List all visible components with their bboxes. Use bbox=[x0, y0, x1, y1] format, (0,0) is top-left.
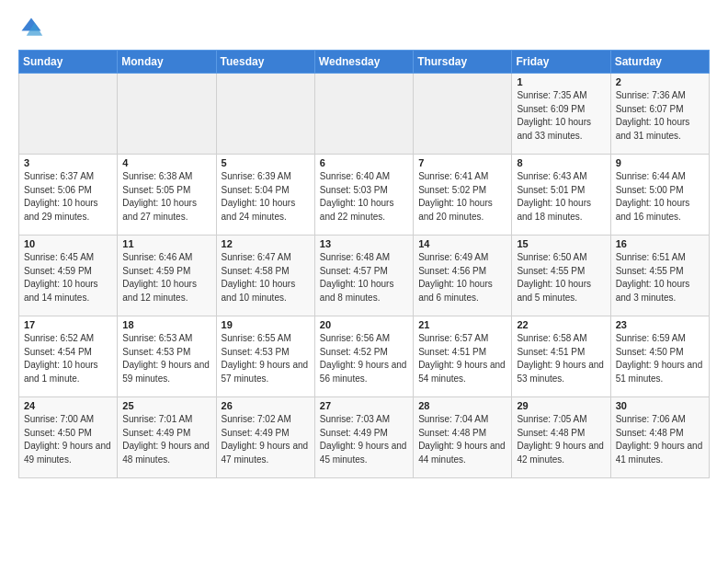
day-number: 24 bbox=[24, 400, 112, 411]
calendar-cell: 19Sunrise: 6:55 AM Sunset: 4:53 PM Dayli… bbox=[216, 316, 314, 397]
calendar-cell bbox=[118, 74, 216, 155]
cell-content: Sunrise: 7:01 AM Sunset: 4:49 PM Dayligh… bbox=[122, 413, 210, 466]
day-header-row: SundayMondayTuesdayWednesdayThursdayFrid… bbox=[19, 51, 710, 74]
cell-content: Sunrise: 6:59 AM Sunset: 4:50 PM Dayligh… bbox=[616, 332, 704, 385]
cell-content: Sunrise: 6:41 AM Sunset: 5:02 PM Dayligh… bbox=[418, 170, 506, 224]
day-number: 19 bbox=[222, 319, 310, 330]
day-number: 22 bbox=[517, 319, 605, 330]
cell-content: Sunrise: 6:50 AM Sunset: 4:55 PM Dayligh… bbox=[517, 251, 605, 304]
week-row-3: 17Sunrise: 6:52 AM Sunset: 4:54 PM Dayli… bbox=[19, 316, 710, 397]
day-number: 5 bbox=[222, 157, 310, 168]
calendar-cell bbox=[19, 74, 118, 155]
day-number: 9 bbox=[616, 157, 704, 168]
cell-content: Sunrise: 6:39 AM Sunset: 5:04 PM Dayligh… bbox=[222, 170, 310, 224]
calendar-cell: 9Sunrise: 6:44 AM Sunset: 5:00 PM Daylig… bbox=[610, 155, 709, 236]
cell-content: Sunrise: 7:35 AM Sunset: 6:09 PM Dayligh… bbox=[517, 89, 605, 143]
cell-content: Sunrise: 6:37 AM Sunset: 5:06 PM Dayligh… bbox=[24, 170, 112, 224]
day-number: 16 bbox=[616, 238, 704, 249]
calendar-cell: 11Sunrise: 6:46 AM Sunset: 4:59 PM Dayli… bbox=[118, 236, 216, 316]
calendar-cell: 2Sunrise: 7:36 AM Sunset: 6:07 PM Daylig… bbox=[610, 74, 709, 155]
calendar-cell: 29Sunrise: 7:05 AM Sunset: 4:48 PM Dayli… bbox=[512, 397, 610, 478]
day-header-saturday: Saturday bbox=[610, 51, 709, 74]
cell-content: Sunrise: 6:40 AM Sunset: 5:03 PM Dayligh… bbox=[320, 170, 408, 224]
day-number: 28 bbox=[418, 400, 506, 411]
day-header-monday: Monday bbox=[118, 51, 216, 74]
cell-content: Sunrise: 6:57 AM Sunset: 4:51 PM Dayligh… bbox=[418, 332, 506, 385]
week-row-0: 1Sunrise: 7:35 AM Sunset: 6:09 PM Daylig… bbox=[19, 74, 710, 155]
cell-content: Sunrise: 6:53 AM Sunset: 4:53 PM Dayligh… bbox=[122, 332, 210, 385]
day-number: 15 bbox=[517, 238, 605, 249]
calendar-cell: 30Sunrise: 7:06 AM Sunset: 4:48 PM Dayli… bbox=[610, 397, 709, 478]
calendar-body: 1Sunrise: 7:35 AM Sunset: 6:09 PM Daylig… bbox=[19, 74, 710, 478]
day-number: 4 bbox=[122, 157, 210, 168]
calendar-cell: 13Sunrise: 6:48 AM Sunset: 4:57 PM Dayli… bbox=[314, 236, 413, 316]
day-number: 3 bbox=[24, 157, 112, 168]
day-header-wednesday: Wednesday bbox=[314, 51, 413, 74]
logo bbox=[18, 15, 48, 40]
calendar-cell: 26Sunrise: 7:02 AM Sunset: 4:49 PM Dayli… bbox=[216, 397, 314, 478]
cell-content: Sunrise: 7:05 AM Sunset: 4:48 PM Dayligh… bbox=[517, 413, 605, 466]
day-number: 11 bbox=[122, 238, 210, 249]
calendar-cell bbox=[414, 74, 512, 155]
cell-content: Sunrise: 6:55 AM Sunset: 4:53 PM Dayligh… bbox=[222, 332, 310, 385]
cell-content: Sunrise: 6:52 AM Sunset: 4:54 PM Dayligh… bbox=[24, 332, 112, 385]
calendar-cell bbox=[314, 74, 413, 155]
day-number: 27 bbox=[320, 400, 408, 411]
day-number: 23 bbox=[616, 319, 704, 330]
calendar-cell: 28Sunrise: 7:04 AM Sunset: 4:48 PM Dayli… bbox=[414, 397, 512, 478]
logo-icon bbox=[18, 15, 44, 40]
calendar-cell: 21Sunrise: 6:57 AM Sunset: 4:51 PM Dayli… bbox=[414, 316, 512, 397]
cell-content: Sunrise: 6:48 AM Sunset: 4:57 PM Dayligh… bbox=[320, 251, 408, 304]
day-number: 26 bbox=[222, 400, 310, 411]
calendar: SundayMondayTuesdayWednesdayThursdayFrid… bbox=[18, 50, 710, 478]
day-number: 17 bbox=[24, 319, 112, 330]
calendar-cell: 25Sunrise: 7:01 AM Sunset: 4:49 PM Dayli… bbox=[118, 397, 216, 478]
calendar-cell: 16Sunrise: 6:51 AM Sunset: 4:55 PM Dayli… bbox=[610, 236, 709, 316]
cell-content: Sunrise: 6:58 AM Sunset: 4:51 PM Dayligh… bbox=[517, 332, 605, 385]
cell-content: Sunrise: 7:36 AM Sunset: 6:07 PM Dayligh… bbox=[616, 89, 704, 143]
calendar-cell: 6Sunrise: 6:40 AM Sunset: 5:03 PM Daylig… bbox=[314, 155, 413, 236]
page: SundayMondayTuesdayWednesdayThursdayFrid… bbox=[0, 0, 728, 488]
day-number: 18 bbox=[122, 319, 210, 330]
calendar-cell: 8Sunrise: 6:43 AM Sunset: 5:01 PM Daylig… bbox=[512, 155, 610, 236]
calendar-cell: 12Sunrise: 6:47 AM Sunset: 4:58 PM Dayli… bbox=[216, 236, 314, 316]
calendar-cell: 15Sunrise: 6:50 AM Sunset: 4:55 PM Dayli… bbox=[512, 236, 610, 316]
cell-content: Sunrise: 7:00 AM Sunset: 4:50 PM Dayligh… bbox=[24, 413, 112, 466]
cell-content: Sunrise: 6:46 AM Sunset: 4:59 PM Dayligh… bbox=[122, 251, 210, 304]
calendar-cell bbox=[216, 74, 314, 155]
day-number: 25 bbox=[122, 400, 210, 411]
day-number: 7 bbox=[418, 157, 506, 168]
calendar-cell: 23Sunrise: 6:59 AM Sunset: 4:50 PM Dayli… bbox=[610, 316, 709, 397]
day-number: 20 bbox=[320, 319, 408, 330]
header bbox=[18, 15, 710, 40]
cell-content: Sunrise: 7:02 AM Sunset: 4:49 PM Dayligh… bbox=[222, 413, 310, 466]
cell-content: Sunrise: 6:43 AM Sunset: 5:01 PM Dayligh… bbox=[517, 170, 605, 224]
day-header-thursday: Thursday bbox=[414, 51, 512, 74]
day-number: 14 bbox=[418, 238, 506, 249]
day-number: 1 bbox=[517, 76, 605, 87]
day-header-tuesday: Tuesday bbox=[216, 51, 314, 74]
week-row-4: 24Sunrise: 7:00 AM Sunset: 4:50 PM Dayli… bbox=[19, 397, 710, 478]
day-number: 10 bbox=[24, 238, 112, 249]
day-number: 6 bbox=[320, 157, 408, 168]
calendar-cell: 18Sunrise: 6:53 AM Sunset: 4:53 PM Dayli… bbox=[118, 316, 216, 397]
day-number: 13 bbox=[320, 238, 408, 249]
calendar-cell: 4Sunrise: 6:38 AM Sunset: 5:05 PM Daylig… bbox=[118, 155, 216, 236]
day-number: 2 bbox=[616, 76, 704, 87]
cell-content: Sunrise: 6:38 AM Sunset: 5:05 PM Dayligh… bbox=[122, 170, 210, 224]
day-number: 12 bbox=[222, 238, 310, 249]
day-header-friday: Friday bbox=[512, 51, 610, 74]
calendar-cell: 1Sunrise: 7:35 AM Sunset: 6:09 PM Daylig… bbox=[512, 74, 610, 155]
calendar-cell: 3Sunrise: 6:37 AM Sunset: 5:06 PM Daylig… bbox=[19, 155, 118, 236]
cell-content: Sunrise: 6:49 AM Sunset: 4:56 PM Dayligh… bbox=[418, 251, 506, 304]
cell-content: Sunrise: 6:45 AM Sunset: 4:59 PM Dayligh… bbox=[24, 251, 112, 304]
calendar-cell: 20Sunrise: 6:56 AM Sunset: 4:52 PM Dayli… bbox=[314, 316, 413, 397]
calendar-cell: 5Sunrise: 6:39 AM Sunset: 5:04 PM Daylig… bbox=[216, 155, 314, 236]
cell-content: Sunrise: 6:51 AM Sunset: 4:55 PM Dayligh… bbox=[616, 251, 704, 304]
calendar-header: SundayMondayTuesdayWednesdayThursdayFrid… bbox=[19, 51, 710, 74]
calendar-cell: 17Sunrise: 6:52 AM Sunset: 4:54 PM Dayli… bbox=[19, 316, 118, 397]
calendar-cell: 27Sunrise: 7:03 AM Sunset: 4:49 PM Dayli… bbox=[314, 397, 413, 478]
calendar-cell: 7Sunrise: 6:41 AM Sunset: 5:02 PM Daylig… bbox=[414, 155, 512, 236]
calendar-cell: 22Sunrise: 6:58 AM Sunset: 4:51 PM Dayli… bbox=[512, 316, 610, 397]
cell-content: Sunrise: 6:44 AM Sunset: 5:00 PM Dayligh… bbox=[616, 170, 704, 224]
